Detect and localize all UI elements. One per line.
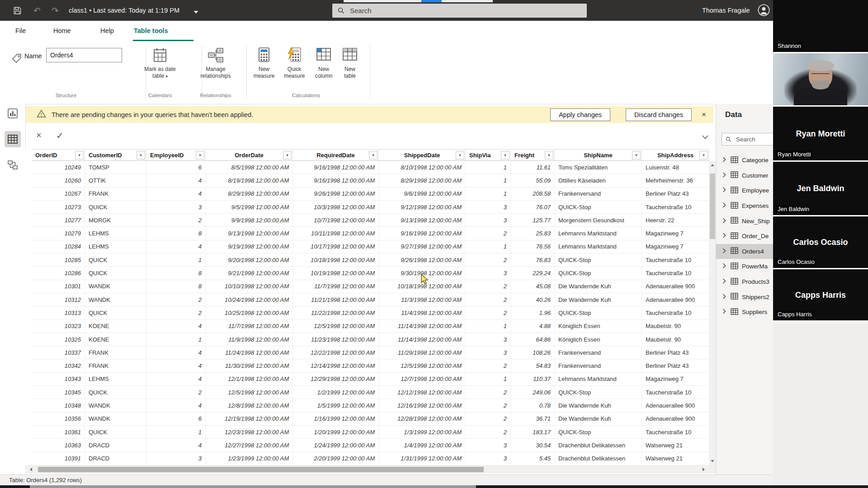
table-cell[interactable]: 10313 (32, 306, 85, 319)
table-cell[interactable]: 45.08 (511, 280, 555, 293)
table-cell[interactable]: QUICK-Stop (555, 306, 642, 319)
table-cell[interactable]: 10363 (32, 439, 85, 451)
column-filter-button[interactable]: ▾ (501, 151, 509, 160)
table-cell[interactable]: Die Wandernde Kuh (555, 413, 642, 425)
table-cell[interactable]: 9/12/1998 12:00:00 AM (379, 201, 466, 213)
table-cell[interactable]: 10/25/1998 12:00:00 AM (206, 306, 293, 319)
table-cell[interactable]: 110.37 (511, 373, 555, 385)
table-cell[interactable]: Lehmanns Marktstand (555, 373, 642, 385)
scroll-right-icon[interactable] (703, 468, 705, 471)
table-cell[interactable]: Taucherstraße 10 (642, 201, 709, 213)
table-cell[interactable]: Taucherstraße 10 (642, 306, 709, 319)
table-cell[interactable]: 10260 (32, 174, 85, 187)
table-cell[interactable]: 9/26/1998 12:00:00 AM (293, 188, 379, 200)
table-cell[interactable]: 12/27/1998 12:00:00 AM (206, 439, 293, 451)
table-cell[interactable]: 1 (146, 253, 206, 266)
column-header-customerid[interactable]: CustomerID▾ (85, 150, 146, 160)
table-cell[interactable]: 3 (466, 214, 511, 226)
table-cell[interactable]: 10279 (32, 227, 85, 239)
scroll-down-icon[interactable] (711, 460, 714, 462)
table-cell[interactable]: 4 (146, 240, 206, 253)
scroll-left-icon[interactable] (30, 468, 32, 471)
table-cell[interactable]: DRACD (85, 452, 146, 465)
table-cell[interactable]: 6 (146, 161, 206, 174)
table-cell[interactable]: 1/16/1999 12:00:00 AM (293, 413, 379, 425)
column-header-freight[interactable]: Freight▾ (511, 150, 555, 160)
expand-chevron-icon[interactable] (722, 248, 726, 255)
table-cell[interactable]: 2 (466, 280, 511, 293)
title-dropdown-caret-icon[interactable] (193, 8, 198, 16)
table-cell[interactable]: QUICK-Stop (555, 201, 642, 213)
table-cell[interactable]: 10/19/1998 12:00:00 AM (293, 267, 379, 279)
table-cell[interactable]: 4.88 (511, 320, 555, 333)
table-cell[interactable]: 11/9/1998 12:00:00 AM (206, 333, 293, 346)
table-cell[interactable]: 12/5/1998 12:00:00 AM (206, 386, 293, 399)
new-table-button[interactable]: New table (335, 47, 365, 80)
table-cell[interactable]: 6 (146, 413, 206, 425)
table-cell[interactable]: Drachenblut Delikatessen (555, 439, 642, 451)
table-cell[interactable]: 208.58 (511, 188, 555, 200)
table-cell[interactable]: FRANK (85, 188, 146, 200)
table-cell[interactable]: Frankenversand (555, 188, 642, 200)
table-cell[interactable]: 8 (146, 227, 206, 239)
table-cell[interactable]: 4 (146, 188, 206, 200)
table-cell[interactable]: 2 (146, 386, 206, 399)
table-cell[interactable]: QUICK (85, 267, 146, 279)
table-cell[interactable]: 11/30/1998 12:00:00 AM (206, 359, 293, 372)
column-filter-button[interactable]: ▾ (632, 151, 641, 160)
vertical-scrollbar[interactable] (709, 161, 716, 465)
table-cell[interactable]: QUICK-Stop (555, 267, 642, 279)
table-cell[interactable]: Königlich Essen (555, 320, 642, 333)
cancel-icon[interactable]: × (36, 130, 42, 141)
table-cell[interactable]: 25.83 (511, 227, 555, 239)
table-cell[interactable]: 1/20/1999 12:00:00 AM (293, 426, 379, 438)
table-cell[interactable]: 11/21/1998 12:00:00 AM (293, 293, 379, 306)
table-cell[interactable]: 36.71 (511, 413, 555, 425)
table-cell[interactable]: Die Wandernde Kuh (555, 293, 642, 306)
expand-chevron-icon[interactable] (722, 218, 726, 225)
table-cell[interactable]: LEHMS (85, 227, 146, 239)
vertical-scrollbar-thumb[interactable] (710, 174, 715, 239)
table-cell[interactable]: 8/29/1998 12:00:00 AM (206, 188, 293, 200)
table-cell[interactable]: Berliner Platz 43 (642, 188, 709, 200)
table-cell[interactable]: 9/5/1998 12:00:00 AM (206, 201, 293, 213)
table-cell[interactable]: 12/5/1998 12:00:00 AM (293, 320, 379, 333)
table-cell[interactable]: 12/5/1998 12:00:00 AM (379, 359, 466, 372)
expand-chevron-icon[interactable] (722, 263, 726, 270)
table-cell[interactable]: 11/3/1998 12:00:00 AM (379, 293, 466, 306)
table-cell[interactable]: Maubelstr. 90 (642, 320, 709, 333)
table-cell[interactable]: 9/16/1998 12:00:00 AM (293, 161, 379, 174)
column-filter-button[interactable]: ▾ (283, 151, 292, 160)
table-cell[interactable]: 12/8/1998 12:00:00 AM (206, 399, 293, 412)
new-column-button[interactable]: New column (309, 47, 339, 80)
table-cell[interactable]: 10356 (32, 413, 85, 425)
table-name-input[interactable] (46, 48, 122, 62)
table-cell[interactable]: Lehmanns Marktstand (555, 227, 642, 239)
video-tile-shannon[interactable]: Shannon (773, 0, 868, 52)
table-cell[interactable]: Taucherstraße 10 (642, 267, 709, 279)
scroll-up-icon[interactable] (711, 164, 714, 166)
table-cell[interactable]: 8 (146, 280, 206, 293)
table-cell[interactable]: 108.26 (511, 346, 555, 359)
table-cell[interactable]: Die Wandernde Kuh (555, 280, 642, 293)
column-filter-button[interactable]: ▾ (456, 151, 464, 160)
table-cell[interactable]: 8/29/1998 12:00:00 AM (379, 174, 466, 187)
table-cell[interactable]: 5.45 (511, 452, 555, 465)
table-cell[interactable]: 9/9/1998 12:00:00 AM (206, 214, 293, 226)
table-cell[interactable]: 11/7/1998 12:00:00 AM (206, 320, 293, 333)
table-cell[interactable]: Berliner Platz 43 (642, 346, 709, 359)
apply-changes-button[interactable]: Apply changes (550, 108, 610, 121)
horizontal-scrollbar[interactable] (25, 465, 716, 474)
table-cell[interactable]: 11/4/1998 12:00:00 AM (379, 306, 466, 319)
new-measure-button[interactable]: New measure (249, 47, 279, 80)
table-cell[interactable]: 2 (466, 386, 511, 399)
table-cell[interactable]: 10286 (32, 267, 85, 279)
account-person-icon[interactable] (758, 4, 770, 18)
column-filter-button[interactable]: ▾ (699, 151, 708, 160)
expand-chevron-icon[interactable] (722, 157, 726, 164)
table-cell[interactable]: 249.06 (511, 386, 555, 399)
table-cell[interactable]: 1 (466, 320, 511, 333)
table-cell[interactable]: 9/16/1998 12:00:00 AM (293, 174, 379, 187)
table-cell[interactable]: QUICK (85, 386, 146, 399)
redo-icon[interactable]: ↷ (50, 5, 61, 16)
